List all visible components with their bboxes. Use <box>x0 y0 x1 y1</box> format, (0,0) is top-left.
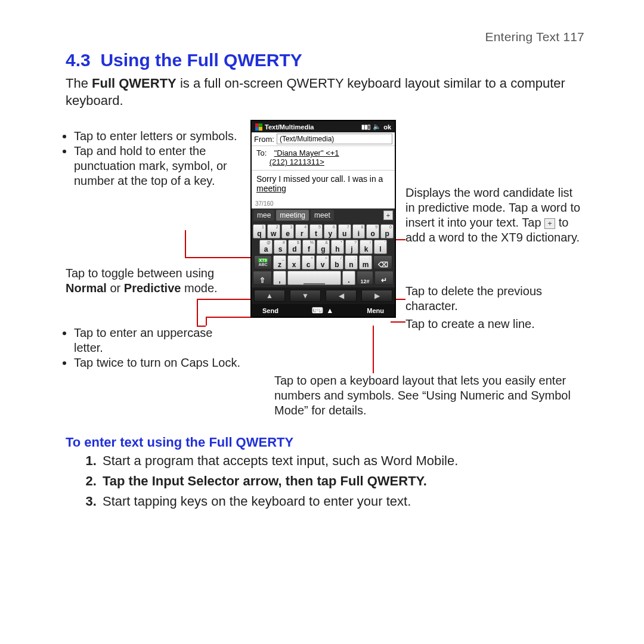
subsection-heading: To enter text using the Full QWERTY <box>66 435 584 450</box>
enter-key[interactable]: ↵ <box>374 271 394 285</box>
key-a[interactable]: a@ <box>259 240 273 254</box>
space-key[interactable] <box>287 271 341 285</box>
key-sup: 3 <box>290 225 293 229</box>
key-sup: / <box>340 256 342 260</box>
step-2: Tap the Input Selector arrow, then tap F… <box>100 472 584 491</box>
ann-mode-e: mode. <box>181 281 217 295</box>
candidate-word-selected[interactable]: meeting <box>276 210 309 221</box>
shift-key[interactable]: ⇧ <box>253 271 272 285</box>
key-i[interactable]: i8 <box>352 224 366 239</box>
key-f[interactable]: f% <box>302 240 315 254</box>
callout-line <box>391 321 405 323</box>
softkey-menu[interactable]: Menu <box>367 307 384 314</box>
key-sup: + <box>311 256 313 260</box>
ann-mode-b: Normal <box>66 281 107 295</box>
status-title: Text/Multimedia <box>265 123 314 131</box>
arrow-up-key[interactable]: ▲ <box>254 290 285 302</box>
softkey-send[interactable]: Send <box>262 307 278 314</box>
callout-line <box>206 317 207 326</box>
key-h[interactable]: h* <box>331 240 344 254</box>
intro-pre: The <box>66 76 92 91</box>
softkey-bar: Send ⌨ ▴ Menu <box>252 304 395 317</box>
xt9-toggle-key[interactable]: XT9 ABC <box>254 255 272 270</box>
key-q[interactable]: q1 <box>253 224 266 239</box>
from-value[interactable]: (Text/Multimedia) <box>277 134 392 144</box>
key-c[interactable]: c+ <box>302 255 315 270</box>
key-sup: : <box>369 256 370 260</box>
ann-mode-c: or <box>107 281 124 295</box>
key-g[interactable]: g& <box>317 240 330 254</box>
key-b[interactable]: b/ <box>330 255 343 270</box>
ok-button[interactable]: ok <box>383 123 391 131</box>
callout-line <box>197 299 198 326</box>
arrow-down-key[interactable]: ▼ <box>290 290 321 302</box>
s2a: Tap the <box>103 473 152 488</box>
candidate-word[interactable]: meet <box>311 210 334 221</box>
key-j[interactable]: j? <box>345 240 358 254</box>
intro-bold: Full QWERTY <box>92 76 177 91</box>
comma-key[interactable]: , <box>273 271 286 285</box>
s2b: Input Selector <box>152 473 240 488</box>
backspace-key[interactable]: ⌫ <box>373 255 392 270</box>
key-e[interactable]: e3 <box>281 224 295 239</box>
add-word-button[interactable]: + <box>383 210 393 220</box>
annotation-backspace: Tap to delete the previous character. <box>405 284 584 314</box>
annotation-keys: Tap to enter letters or symbols. Tap and… <box>66 129 239 188</box>
status-bar: Text/Multimedia ▮▮▯🔈ok <box>252 121 395 132</box>
key-sup: = <box>325 256 327 260</box>
key-u[interactable]: u7 <box>338 224 351 239</box>
arrow-right-key[interactable]: ▶ <box>361 290 392 302</box>
candidate-word[interactable]: mee <box>253 210 274 221</box>
key-x[interactable]: x- <box>287 255 301 270</box>
key-sup: 1 <box>262 225 264 229</box>
phone-mockup: Text/Multimedia ▮▮▯🔈ok From: (Text/Multi… <box>250 120 396 318</box>
callout-line <box>185 230 186 257</box>
plus-icon: + <box>544 218 555 229</box>
annotation-mode-toggle: Tap to toggle between using Normal or Pr… <box>66 266 244 296</box>
key-r[interactable]: r4 <box>295 224 308 239</box>
message-body[interactable]: Sorry I missed your call. I was in a mee… <box>252 171 395 200</box>
key-sup: _ <box>282 256 284 260</box>
candidate-row: mee meeting meet + <box>252 209 395 222</box>
callout-line <box>197 326 206 327</box>
running-header: Entering Text 117 <box>66 30 584 44</box>
period-key[interactable]: . <box>342 271 355 285</box>
from-row: From: (Text/Multimedia) <box>252 132 395 146</box>
s2d: Full QWERTY <box>340 473 423 488</box>
key-sup: ! <box>370 240 371 244</box>
key-row-4: ⇧ , . 12# ↵ <box>253 271 394 285</box>
to-row: To: "Diana Mayer" <+1 (212) 1211311> <box>252 146 395 171</box>
key-m[interactable]: m: <box>359 255 372 270</box>
key-l[interactable]: l' <box>374 240 387 254</box>
arrow-left-key[interactable]: ◀ <box>326 290 357 302</box>
key-sup: $ <box>297 240 299 244</box>
key-w[interactable]: w2 <box>267 224 280 239</box>
key-row-3: XT9 ABC z_x-c+v=b/n;m: ⌫ <box>253 255 394 270</box>
key-s[interactable]: s# <box>274 240 287 254</box>
numeric-mode-key[interactable]: 12# <box>357 271 373 285</box>
key-p[interactable]: p0 <box>380 224 394 239</box>
ann-tap-hold: Tap and hold to enter the punctuation ma… <box>74 144 239 188</box>
key-d[interactable]: d$ <box>288 240 301 254</box>
section-heading: 4.3 Using the Full QWERTY <box>66 50 584 70</box>
s3-num: Start tapping keys on the keyboard to en… <box>103 494 411 509</box>
key-v[interactable]: v= <box>316 255 329 270</box>
key-y[interactable]: y6 <box>324 224 337 239</box>
section-title: Using the Full QWERTY <box>100 50 302 70</box>
key-sup: 6 <box>333 225 335 229</box>
key-o[interactable]: o9 <box>366 224 379 239</box>
key-k[interactable]: k! <box>360 240 373 254</box>
key-z[interactable]: z_ <box>273 255 286 270</box>
ann-tap-letters: Tap to enter letters or symbols. <box>74 129 239 144</box>
to-value-1[interactable]: "Diana Mayer" <+1 <box>274 148 339 157</box>
key-sup: & <box>325 240 328 244</box>
key-n[interactable]: n; <box>345 255 358 270</box>
key-sup: 5 <box>318 225 321 229</box>
input-selector-icon[interactable]: ⌨ ▴ <box>312 306 333 315</box>
key-sup: 0 <box>389 225 392 229</box>
key-sup: 2 <box>276 225 278 229</box>
key-sup: ' <box>385 240 385 244</box>
windows-flag-icon <box>255 123 262 131</box>
key-t[interactable]: t5 <box>309 224 323 239</box>
to-value-2[interactable]: (212) 1211311> <box>270 157 324 166</box>
